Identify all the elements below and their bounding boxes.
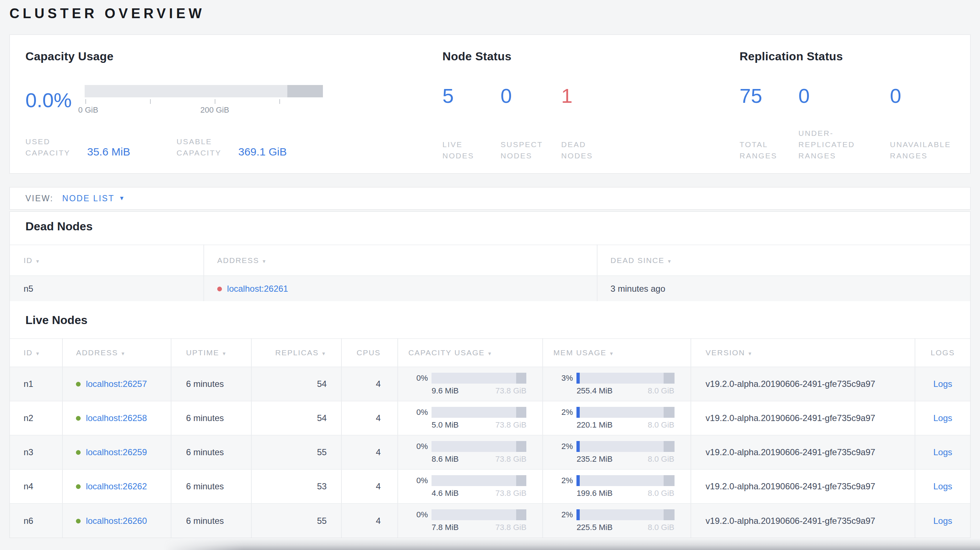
dead-node-id: n5	[10, 276, 204, 301]
tick-label-0gib: 0 GiB	[78, 105, 98, 115]
node-logs-cell: Logs	[915, 435, 970, 469]
used-capacity-label: USED CAPACITY	[25, 136, 87, 158]
usable-capacity-value: 369.1 GiB	[238, 146, 286, 158]
mem-percent-label: 2%	[552, 510, 573, 520]
capacity-usage-title: Capacity Usage	[25, 50, 442, 63]
node-replicas: 54	[251, 367, 342, 401]
total-ranges-count: 75	[740, 85, 799, 107]
capacity-bar-reserved	[516, 509, 527, 520]
node-cpus: 4	[341, 469, 398, 504]
logs-link[interactable]: Logs	[933, 379, 952, 389]
mem-usage-widget: 2% 220.1 MiB 8.0 GiB	[543, 407, 690, 430]
node-cpus: 4	[341, 401, 398, 435]
logs-link[interactable]: Logs	[933, 516, 952, 526]
mem-usage-widget: 3% 255.4 MiB 8.0 GiB	[543, 373, 690, 396]
node-address-link[interactable]: localhost:26258	[86, 413, 147, 423]
node-capacity-usage-cell: 0% 4.6 MiB 73.8 GiB	[398, 469, 542, 504]
mem-bar-fill	[576, 441, 580, 452]
node-logs-cell: Logs	[915, 504, 970, 538]
live-nodes-heading: Live Nodes	[25, 313, 970, 327]
sort-icon: ▼	[609, 351, 614, 356]
dead-nodes-table: ID▼ ADDRESS▼ DEAD SINCE▼ n5 localhost:26…	[10, 245, 970, 301]
dead-status-icon	[217, 287, 222, 291]
live-status-icon	[76, 382, 81, 386]
capacity-total-value: 73.8 GiB	[495, 489, 527, 498]
node-address-link[interactable]: localhost:26260	[86, 516, 147, 526]
mem-bar	[576, 475, 674, 486]
node-address-link[interactable]: localhost:26259	[86, 447, 147, 457]
header-capacity-usage[interactable]: CAPACITY USAGE▼	[398, 339, 542, 367]
node-uptime: 6 minutes	[171, 504, 251, 538]
capacity-used-value: 9.6 MiB	[431, 386, 459, 396]
replication-stats: 75 TOTAL RANGES 0 UNDER- REPLICATED RANG…	[740, 85, 970, 161]
node-mem-usage-cell: 2% 225.5 MiB 8.0 GiB	[542, 504, 690, 538]
replication-status-title: Replication Status	[740, 50, 970, 63]
node-address-cell: localhost:26258	[62, 401, 171, 435]
sort-icon: ▼	[321, 351, 327, 356]
suspect-nodes-label: SUSPECT NODES	[501, 139, 561, 161]
node-address-link[interactable]: localhost:26257	[86, 379, 147, 389]
node-version: v19.2.0-alpha.20190606-2491-gfe735c9a97	[691, 435, 915, 469]
live-nodes-header-row: ID▼ ADDRESS▼ UPTIME▼ REPLICAS▼ CPUS CAPA…	[10, 339, 970, 367]
node-uptime: 6 minutes	[171, 367, 251, 401]
logs-link[interactable]: Logs	[933, 447, 952, 457]
node-mem-usage-cell: 2% 220.1 MiB 8.0 GiB	[542, 401, 690, 435]
node-capacity-usage-cell: 0% 9.6 MiB 73.8 GiB	[398, 367, 542, 401]
node-mem-usage-cell: 3% 255.4 MiB 8.0 GiB	[542, 367, 690, 401]
node-uptime: 6 minutes	[171, 469, 251, 504]
node-replicas: 55	[251, 504, 342, 538]
node-id: n1	[10, 367, 62, 401]
node-cpus: 4	[341, 504, 398, 538]
capacity-gauge-reserved-segment	[287, 85, 323, 97]
capacity-total-value: 73.8 GiB	[495, 523, 527, 532]
mem-bar-fill	[576, 373, 580, 384]
header-version[interactable]: VERSION▼	[691, 339, 915, 367]
mem-bar-fill	[576, 407, 580, 418]
node-uptime: 6 minutes	[171, 435, 251, 469]
live-nodes-stat: 5 LIVE NODES	[442, 85, 501, 161]
mem-usage-widget: 2% 199.6 MiB 8.0 GiB	[543, 475, 690, 498]
dead-header-address[interactable]: ADDRESS▼	[204, 245, 597, 276]
node-id: n6	[10, 504, 62, 538]
node-replicas: 54	[251, 401, 342, 435]
live-nodes-table: ID▼ ADDRESS▼ UPTIME▼ REPLICAS▼ CPUS CAPA…	[10, 338, 970, 538]
bottom-scroll-shadow	[164, 538, 980, 550]
header-address[interactable]: ADDRESS▼	[62, 339, 171, 367]
node-status-title: Node Status	[442, 50, 740, 63]
header-cpus: CPUS	[341, 339, 398, 367]
node-capacity-usage-cell: 0% 5.0 MiB 73.8 GiB	[398, 401, 542, 435]
mem-total-value: 8.0 GiB	[648, 386, 674, 396]
capacity-usage-widget: 0% 4.6 MiB 73.8 GiB	[398, 475, 542, 498]
mem-total-value: 8.0 GiB	[648, 489, 674, 498]
capacity-bar-reserved	[516, 373, 527, 384]
header-replicas[interactable]: REPLICAS▼	[251, 339, 342, 367]
live-nodes-count: 5	[442, 85, 501, 107]
node-id: n3	[10, 435, 62, 469]
header-mem-usage[interactable]: MEM USAGE▼	[542, 339, 690, 367]
capacity-bar-reserved	[516, 475, 527, 486]
sort-icon: ▼	[262, 259, 267, 264]
logs-link[interactable]: Logs	[933, 413, 952, 423]
node-address-link[interactable]: localhost:26262	[86, 481, 147, 491]
live-status-icon	[76, 450, 81, 455]
suspect-nodes-count: 0	[501, 85, 561, 107]
node-address-cell: localhost:26259	[62, 435, 171, 469]
header-uptime[interactable]: UPTIME▼	[171, 339, 251, 367]
header-id[interactable]: ID▼	[10, 339, 62, 367]
dead-header-id[interactable]: ID▼	[10, 245, 204, 276]
dead-node-dead-since: 3 minutes ago	[597, 276, 970, 301]
view-label: VIEW:	[25, 194, 53, 203]
dead-nodes-stat: 1 DEAD NODES	[561, 85, 593, 161]
node-cpus: 4	[341, 367, 398, 401]
view-selector[interactable]: NODE LIST	[62, 194, 115, 203]
mem-used-value: 255.4 MiB	[576, 386, 612, 396]
dead-node-address-link[interactable]: localhost:26261	[227, 284, 288, 294]
mem-used-value: 220.1 MiB	[576, 420, 612, 430]
header-logs: LOGS	[915, 339, 970, 367]
live-node-row: n3 localhost:26259 6 minutes 55 4 0% 8.6…	[10, 435, 970, 469]
chevron-down-icon[interactable]: ▼	[119, 195, 125, 202]
dead-header-dead-since[interactable]: DEAD SINCE▼	[597, 245, 970, 276]
capacity-usage-section: Capacity Usage 0.0% 0 GiB 200 Gi	[25, 50, 442, 173]
under-replicated-ranges-count: 0	[799, 85, 890, 107]
logs-link[interactable]: Logs	[933, 481, 952, 491]
